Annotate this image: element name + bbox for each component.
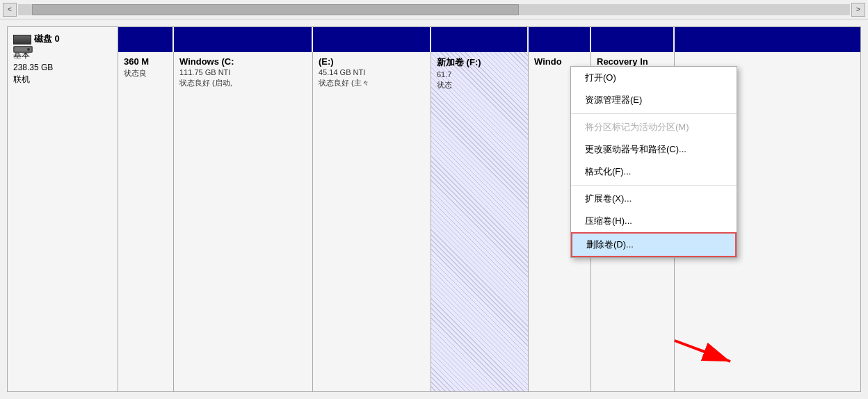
scroll-left-button[interactable]: <: [3, 3, 17, 17]
context-menu-open[interactable]: 打开(O): [571, 67, 737, 89]
scroll-thumb: [32, 4, 519, 15]
scrollbar-area: < >: [0, 0, 868, 19]
svg-point-2: [27, 48, 30, 51]
scroll-right-button[interactable]: >: [851, 3, 865, 17]
context-menu-mark-active: 将分区标记为活动分区(M): [571, 116, 737, 138]
context-menu-format[interactable]: 格式化(F)...: [571, 161, 737, 183]
partition-cell-1[interactable]: 360 M 状态良: [118, 52, 174, 391]
partition-name-2: Windows (C:: [179, 56, 307, 67]
context-menu-shrink[interactable]: 压缩卷(H)...: [571, 210, 737, 232]
disk-header: 磁盘 0: [13, 33, 112, 45]
context-menu-change-letter[interactable]: 更改驱动器号和路径(C)...: [571, 138, 737, 161]
separator-2: [571, 185, 737, 186]
partition-name-3: (E:): [319, 56, 425, 67]
partition-header-6: [591, 27, 675, 52]
separator-1: [571, 113, 737, 114]
partition-detail-4a: 61.7: [437, 70, 522, 79]
partition-detail-3a: 45.14 GB NTI: [319, 68, 425, 76]
context-menu-delete[interactable]: 删除卷(D)...: [571, 232, 737, 257]
context-menu-explorer[interactable]: 资源管理器(E): [571, 89, 737, 111]
partition-cell-2[interactable]: Windows (C: 111.75 GB NTI 状态良好 (启动,: [174, 52, 313, 391]
disk-size: 238.35 GB: [13, 63, 112, 72]
partition-header-1: [118, 27, 174, 52]
disk-info-panel: 磁盘 0 基本 238.35 GB 联机: [7, 26, 118, 392]
partition-detail-2b: 状态良好 (启动,: [179, 78, 307, 88]
partition-cell-4[interactable]: 新加卷 (F:) 61.7 状态: [431, 52, 529, 391]
scroll-track[interactable]: [18, 4, 850, 15]
partition-header-4: [431, 27, 529, 52]
partition-header-2: [174, 27, 313, 52]
partition-name-6: Recovery In: [597, 56, 668, 67]
disk-icon: [13, 35, 30, 43]
context-menu: 打开(O) 资源管理器(E) 将分区标记为活动分区(M) 更改驱动器号和路径(C…: [570, 66, 737, 258]
partition-name-5: Windo: [534, 56, 585, 67]
partition-header-5: [529, 27, 591, 52]
disk-name: 磁盘 0: [34, 33, 60, 45]
partition-name-4: 新加卷 (F:): [437, 56, 522, 69]
partition-header-3: [313, 27, 431, 52]
partition-detail-1a: 状态良: [124, 68, 168, 79]
partition-headers: [118, 27, 860, 52]
partition-detail-2a: 111.75 GB NTI: [179, 68, 307, 76]
red-arrow-indicator: [668, 327, 751, 368]
partition-detail-3b: 状态良好 (主々: [319, 78, 425, 88]
partition-detail-4b: 状态: [437, 80, 522, 90]
context-menu-extend[interactable]: 扩展卷(X)...: [571, 188, 737, 210]
partition-name-1: 360 M: [124, 56, 168, 67]
partition-cell-3[interactable]: (E:) 45.14 GB NTI 状态良好 (主々: [313, 52, 431, 391]
disk-status: 联机: [13, 74, 112, 86]
svg-line-4: [675, 341, 730, 361]
